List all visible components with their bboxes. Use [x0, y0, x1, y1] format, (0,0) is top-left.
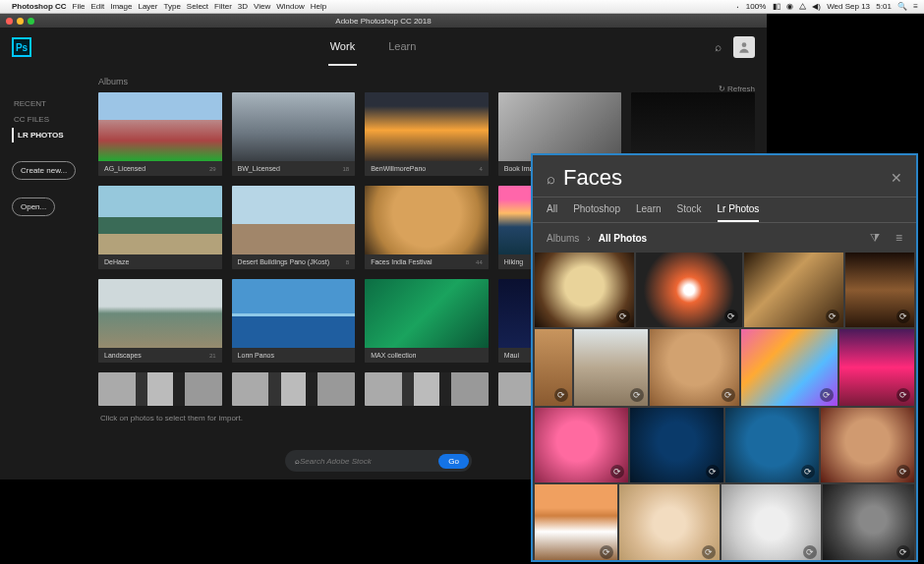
- result-thumb[interactable]: ⟳: [535, 253, 634, 327]
- menu-help[interactable]: Help: [311, 2, 326, 11]
- sync-icon: ⟳: [702, 545, 716, 559]
- menu-select[interactable]: Select: [187, 2, 208, 11]
- album-item[interactable]: BenWillmorePano4: [365, 92, 489, 176]
- result-thumb[interactable]: ⟳: [535, 329, 572, 406]
- stock-search-pill[interactable]: ⌕ Go: [285, 450, 472, 472]
- result-thumb[interactable]: ⟳: [744, 253, 843, 327]
- nav-lrphotos[interactable]: LR PHOTOS: [12, 128, 98, 142]
- album-count: 4: [479, 166, 482, 172]
- album-name: BW_Licensed: [238, 165, 280, 172]
- menu-image[interactable]: Image: [110, 2, 132, 11]
- album-item[interactable]: Faces India Festival44: [365, 186, 489, 269]
- battery-icon: ▮▯: [773, 2, 780, 11]
- tab-work[interactable]: Work: [328, 28, 357, 66]
- album-thumb[interactable]: [631, 92, 755, 161]
- menu-file[interactable]: File: [73, 2, 86, 11]
- menu-view[interactable]: View: [254, 2, 270, 11]
- album-name: Desert Buildings Pano (JKost): [238, 258, 329, 265]
- minimize-icon[interactable]: [17, 18, 24, 25]
- album-thumb[interactable]: [232, 186, 356, 254]
- album-item[interactable]: BW_Licensed18: [232, 92, 356, 176]
- album-item[interactable]: [365, 372, 489, 406]
- album-item[interactable]: AG_Licensed29: [98, 92, 222, 176]
- menubar-app[interactable]: Photoshop CC: [12, 2, 67, 11]
- album-name: Hiking: [504, 258, 523, 265]
- tab-all[interactable]: All: [547, 203, 557, 222]
- spotlight-icon[interactable]: 🔍: [897, 2, 907, 11]
- result-thumb[interactable]: ⟳: [722, 484, 821, 562]
- nav-recent[interactable]: RECENT: [12, 96, 98, 111]
- search-icon[interactable]: ⌕: [715, 40, 722, 54]
- result-thumb[interactable]: ⟳: [845, 253, 914, 327]
- album-count: 29: [209, 166, 216, 172]
- album-thumb[interactable]: [98, 186, 222, 254]
- sync-icon: ⟳: [600, 545, 613, 559]
- close-icon[interactable]: [6, 18, 13, 25]
- search-input[interactable]: [563, 165, 883, 191]
- result-thumb[interactable]: ⟳: [650, 329, 739, 406]
- album-item[interactable]: [232, 372, 356, 406]
- album-thumb[interactable]: [98, 92, 222, 161]
- album-item[interactable]: Desert Buildings Pano (JKost)8: [232, 186, 356, 269]
- result-thumb[interactable]: ⟳: [823, 484, 914, 562]
- sort-icon[interactable]: ≡: [895, 231, 902, 245]
- dropbox-icon[interactable]: ⬪: [735, 2, 740, 11]
- menu-type[interactable]: Type: [163, 2, 180, 11]
- result-thumb[interactable]: ⟳: [821, 408, 914, 482]
- album-thumb[interactable]: [365, 372, 489, 406]
- result-thumb[interactable]: ⟳: [535, 484, 617, 562]
- tab-photoshop[interactable]: Photoshop: [573, 203, 620, 222]
- mac-menubar: Photoshop CC File Edit Image Layer Type …: [0, 0, 924, 14]
- result-thumb[interactable]: ⟳: [630, 408, 723, 482]
- album-thumb[interactable]: [232, 372, 356, 406]
- nav-ccfiles[interactable]: CC FILES: [12, 112, 98, 127]
- cc-icon[interactable]: ◉: [786, 2, 793, 11]
- tab-lrphotos[interactable]: Lr Photos: [718, 203, 760, 222]
- breadcrumb-root[interactable]: Albums: [547, 233, 579, 244]
- album-thumb[interactable]: [365, 186, 489, 254]
- notifications-icon[interactable]: ≡: [913, 2, 918, 11]
- avatar[interactable]: [733, 36, 755, 58]
- album-item[interactable]: [98, 372, 222, 406]
- album-thumb[interactable]: [365, 279, 489, 348]
- album-thumb[interactable]: [98, 372, 222, 406]
- ps-logo-icon: Ps: [12, 37, 31, 57]
- menu-filter[interactable]: Filter: [214, 2, 232, 11]
- menu-3d[interactable]: 3D: [238, 2, 248, 11]
- album-item[interactable]: DeHaze: [98, 186, 222, 269]
- result-thumb[interactable]: ⟳: [619, 484, 719, 562]
- breadcrumb-current: All Photos: [599, 233, 647, 244]
- album-thumb[interactable]: [365, 92, 489, 161]
- volume-icon[interactable]: ◀): [812, 2, 821, 11]
- result-thumb[interactable]: ⟳: [535, 408, 628, 482]
- result-thumb[interactable]: ⟳: [574, 329, 649, 406]
- album-item[interactable]: Lonn Panos: [232, 279, 356, 363]
- stock-search-input[interactable]: [300, 457, 438, 466]
- result-thumb[interactable]: ⟳: [725, 408, 819, 482]
- result-thumb[interactable]: ⟳: [839, 329, 914, 406]
- stock-go-button[interactable]: Go: [438, 454, 469, 469]
- menu-edit[interactable]: Edit: [90, 2, 104, 11]
- menu-window[interactable]: Window: [276, 2, 304, 11]
- album-thumb[interactable]: [498, 92, 622, 161]
- album-thumb[interactable]: [98, 279, 222, 348]
- tab-learn[interactable]: Learn: [386, 28, 418, 66]
- close-icon[interactable]: ✕: [891, 170, 902, 186]
- album-thumb[interactable]: [232, 279, 356, 348]
- wifi-icon[interactable]: ⧋: [799, 2, 806, 11]
- album-item[interactable]: Landscapes21: [98, 279, 222, 363]
- result-thumb[interactable]: ⟳: [636, 253, 743, 327]
- tab-stock[interactable]: Stock: [677, 203, 702, 222]
- create-new-button[interactable]: Create new...: [12, 161, 76, 180]
- time-text: 5:01: [876, 2, 892, 11]
- album-thumb[interactable]: [232, 92, 356, 161]
- album-item[interactable]: MAX collection: [365, 279, 489, 363]
- result-thumb[interactable]: ⟳: [741, 329, 837, 406]
- window-controls[interactable]: [6, 18, 34, 25]
- open-button[interactable]: Open...: [12, 197, 55, 216]
- maximize-icon[interactable]: [28, 18, 34, 25]
- filter-icon[interactable]: ⧩: [870, 231, 880, 245]
- sync-icon: ⟳: [722, 388, 735, 402]
- tab-learn[interactable]: Learn: [636, 203, 662, 222]
- menu-layer[interactable]: Layer: [138, 2, 157, 11]
